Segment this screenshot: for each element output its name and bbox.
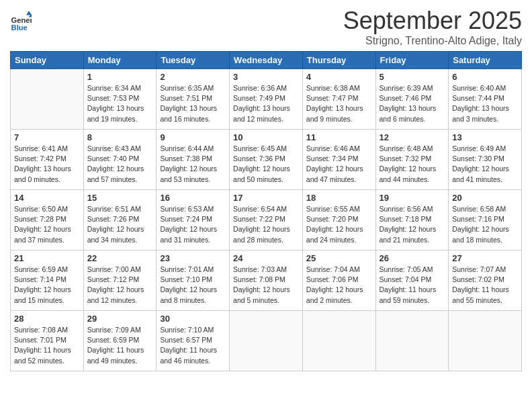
header: General Blue September 2025 Strigno, Tre… bbox=[10, 7, 522, 47]
week-row-5: 28Sunrise: 7:08 AM Sunset: 7:01 PM Dayli… bbox=[11, 311, 522, 371]
calendar-cell: 6Sunrise: 6:40 AM Sunset: 7:44 PM Daylig… bbox=[449, 69, 522, 130]
day-number: 4 bbox=[306, 72, 372, 82]
day-number: 22 bbox=[87, 253, 153, 263]
day-number: 14 bbox=[14, 193, 80, 203]
day-info: Sunrise: 6:43 AM Sunset: 7:40 PM Dayligh… bbox=[87, 144, 153, 185]
day-info: Sunrise: 6:39 AM Sunset: 7:46 PM Dayligh… bbox=[380, 83, 445, 124]
day-info: Sunrise: 7:00 AM Sunset: 7:12 PM Dayligh… bbox=[87, 265, 153, 306]
calendar-cell: 18Sunrise: 6:55 AM Sunset: 7:20 PM Dayli… bbox=[302, 190, 375, 250]
day-number: 23 bbox=[160, 253, 226, 263]
calendar-cell bbox=[302, 311, 375, 371]
calendar-cell: 26Sunrise: 7:05 AM Sunset: 7:04 PM Dayli… bbox=[375, 250, 449, 311]
week-row-4: 21Sunrise: 6:59 AM Sunset: 7:14 PM Dayli… bbox=[11, 250, 522, 311]
day-number: 17 bbox=[233, 193, 299, 203]
calendar-cell: 4Sunrise: 6:38 AM Sunset: 7:47 PM Daylig… bbox=[302, 69, 375, 130]
calendar-cell: 9Sunrise: 6:44 AM Sunset: 7:38 PM Daylig… bbox=[157, 130, 230, 190]
day-number: 10 bbox=[233, 132, 299, 142]
calendar-cell: 22Sunrise: 7:00 AM Sunset: 7:12 PM Dayli… bbox=[83, 250, 157, 311]
calendar-cell: 29Sunrise: 7:09 AM Sunset: 6:59 PM Dayli… bbox=[83, 311, 157, 371]
day-info: Sunrise: 7:09 AM Sunset: 6:59 PM Dayligh… bbox=[87, 325, 153, 366]
day-number: 29 bbox=[87, 314, 153, 324]
calendar-cell: 1Sunrise: 6:34 AM Sunset: 7:53 PM Daylig… bbox=[83, 69, 157, 130]
calendar-cell: 12Sunrise: 6:48 AM Sunset: 7:32 PM Dayli… bbox=[375, 130, 449, 190]
calendar-cell: 17Sunrise: 6:54 AM Sunset: 7:22 PM Dayli… bbox=[230, 190, 303, 250]
day-number: 18 bbox=[306, 193, 372, 203]
day-number: 13 bbox=[452, 132, 518, 142]
calendar-cell bbox=[230, 311, 303, 371]
weekday-header-row: SundayMondayTuesdayWednesdayThursdayFrid… bbox=[11, 52, 522, 69]
day-info: Sunrise: 6:44 AM Sunset: 7:38 PM Dayligh… bbox=[160, 144, 226, 185]
calendar-cell: 3Sunrise: 6:36 AM Sunset: 7:49 PM Daylig… bbox=[230, 69, 303, 130]
day-info: Sunrise: 7:01 AM Sunset: 7:10 PM Dayligh… bbox=[160, 265, 226, 306]
day-info: Sunrise: 6:50 AM Sunset: 7:28 PM Dayligh… bbox=[14, 204, 80, 245]
calendar-cell: 2Sunrise: 6:35 AM Sunset: 7:51 PM Daylig… bbox=[157, 69, 230, 130]
calendar-cell: 23Sunrise: 7:01 AM Sunset: 7:10 PM Dayli… bbox=[157, 250, 230, 311]
day-number: 26 bbox=[380, 253, 445, 263]
day-number: 1 bbox=[87, 72, 153, 82]
day-number: 28 bbox=[14, 314, 80, 324]
day-number: 27 bbox=[452, 253, 518, 263]
weekday-header-friday: Friday bbox=[375, 52, 449, 69]
day-info: Sunrise: 7:05 AM Sunset: 7:04 PM Dayligh… bbox=[380, 265, 445, 306]
day-info: Sunrise: 7:03 AM Sunset: 7:08 PM Dayligh… bbox=[233, 265, 299, 306]
day-info: Sunrise: 7:08 AM Sunset: 7:01 PM Dayligh… bbox=[14, 325, 80, 366]
svg-marker-2 bbox=[26, 11, 32, 15]
day-number: 21 bbox=[14, 253, 80, 263]
calendar-cell: 21Sunrise: 6:59 AM Sunset: 7:14 PM Dayli… bbox=[11, 250, 84, 311]
day-number: 11 bbox=[306, 132, 372, 142]
day-info: Sunrise: 7:07 AM Sunset: 7:02 PM Dayligh… bbox=[452, 265, 518, 306]
calendar-cell: 24Sunrise: 7:03 AM Sunset: 7:08 PM Dayli… bbox=[230, 250, 303, 311]
day-number: 24 bbox=[233, 253, 299, 263]
calendar-cell: 11Sunrise: 6:46 AM Sunset: 7:34 PM Dayli… bbox=[302, 130, 375, 190]
day-info: Sunrise: 6:51 AM Sunset: 7:26 PM Dayligh… bbox=[87, 204, 153, 245]
weekday-header-sunday: Sunday bbox=[11, 52, 84, 69]
calendar-cell: 28Sunrise: 7:08 AM Sunset: 7:01 PM Dayli… bbox=[11, 311, 84, 371]
day-info: Sunrise: 6:36 AM Sunset: 7:49 PM Dayligh… bbox=[233, 83, 299, 124]
day-info: Sunrise: 6:49 AM Sunset: 7:30 PM Dayligh… bbox=[452, 144, 518, 185]
day-info: Sunrise: 6:34 AM Sunset: 7:53 PM Dayligh… bbox=[87, 83, 153, 124]
day-info: Sunrise: 6:38 AM Sunset: 7:47 PM Dayligh… bbox=[306, 83, 372, 124]
day-info: Sunrise: 7:04 AM Sunset: 7:06 PM Dayligh… bbox=[306, 265, 372, 306]
day-number: 12 bbox=[380, 132, 445, 142]
calendar-cell: 10Sunrise: 6:45 AM Sunset: 7:36 PM Dayli… bbox=[230, 130, 303, 190]
calendar-cell: 14Sunrise: 6:50 AM Sunset: 7:28 PM Dayli… bbox=[11, 190, 84, 250]
day-info: Sunrise: 6:48 AM Sunset: 7:32 PM Dayligh… bbox=[380, 144, 445, 185]
svg-text:Blue: Blue bbox=[11, 24, 28, 32]
day-number: 15 bbox=[87, 193, 153, 203]
day-info: Sunrise: 6:40 AM Sunset: 7:44 PM Dayligh… bbox=[452, 83, 518, 124]
title-block: September 2025 Strigno, Trentino-Alto Ad… bbox=[343, 7, 522, 47]
day-number: 8 bbox=[87, 132, 153, 142]
day-number: 5 bbox=[380, 72, 445, 82]
day-number: 25 bbox=[306, 253, 372, 263]
calendar-cell: 16Sunrise: 6:53 AM Sunset: 7:24 PM Dayli… bbox=[157, 190, 230, 250]
calendar-cell bbox=[449, 311, 522, 371]
calendar-cell: 13Sunrise: 6:49 AM Sunset: 7:30 PM Dayli… bbox=[449, 130, 522, 190]
week-row-1: 1Sunrise: 6:34 AM Sunset: 7:53 PM Daylig… bbox=[11, 69, 522, 130]
day-number: 16 bbox=[160, 193, 226, 203]
day-info: Sunrise: 6:54 AM Sunset: 7:22 PM Dayligh… bbox=[233, 204, 299, 245]
logo-icon: General Blue bbox=[10, 11, 32, 32]
day-number: 19 bbox=[380, 193, 445, 203]
weekday-header-saturday: Saturday bbox=[449, 52, 522, 69]
day-info: Sunrise: 6:59 AM Sunset: 7:14 PM Dayligh… bbox=[14, 265, 80, 306]
day-info: Sunrise: 6:56 AM Sunset: 7:18 PM Dayligh… bbox=[380, 204, 445, 245]
calendar-cell: 25Sunrise: 7:04 AM Sunset: 7:06 PM Dayli… bbox=[302, 250, 375, 311]
logo: General Blue bbox=[10, 11, 32, 32]
day-info: Sunrise: 6:41 AM Sunset: 7:42 PM Dayligh… bbox=[14, 144, 80, 185]
day-info: Sunrise: 6:58 AM Sunset: 7:16 PM Dayligh… bbox=[452, 204, 518, 245]
calendar-cell: 15Sunrise: 6:51 AM Sunset: 7:26 PM Dayli… bbox=[83, 190, 157, 250]
day-info: Sunrise: 6:46 AM Sunset: 7:34 PM Dayligh… bbox=[306, 144, 372, 185]
day-number: 2 bbox=[160, 72, 226, 82]
day-number: 3 bbox=[233, 72, 299, 82]
calendar-cell bbox=[375, 311, 449, 371]
location-title: Strigno, Trentino-Alto Adige, Italy bbox=[343, 35, 522, 47]
day-number: 9 bbox=[160, 132, 226, 142]
calendar-cell: 19Sunrise: 6:56 AM Sunset: 7:18 PM Dayli… bbox=[375, 190, 449, 250]
calendar-cell bbox=[11, 69, 84, 130]
day-number: 20 bbox=[452, 193, 518, 203]
calendar-table: SundayMondayTuesdayWednesdayThursdayFrid… bbox=[10, 51, 522, 371]
calendar-cell: 30Sunrise: 7:10 AM Sunset: 6:57 PM Dayli… bbox=[157, 311, 230, 371]
day-info: Sunrise: 6:55 AM Sunset: 7:20 PM Dayligh… bbox=[306, 204, 372, 245]
day-info: Sunrise: 7:10 AM Sunset: 6:57 PM Dayligh… bbox=[160, 325, 226, 366]
day-info: Sunrise: 6:53 AM Sunset: 7:24 PM Dayligh… bbox=[160, 204, 226, 245]
